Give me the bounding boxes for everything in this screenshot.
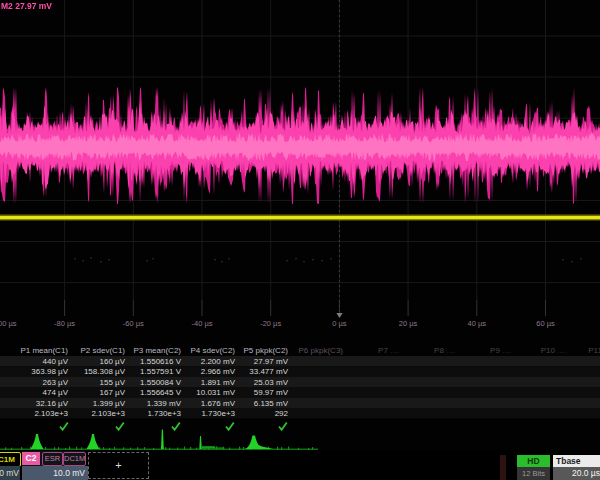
svg-text:P9 ....: P9 .... — [490, 346, 511, 355]
svg-text:1.556645 V: 1.556645 V — [140, 388, 182, 397]
svg-text:440 µV: 440 µV — [42, 357, 68, 366]
svg-text:6.135 mV: 6.135 mV — [254, 399, 289, 408]
svg-text:2.200 mV: 2.200 mV — [201, 357, 236, 366]
svg-text:1.550616 V: 1.550616 V — [140, 357, 182, 366]
svg-text:1.550084 V: 1.550084 V — [140, 378, 182, 387]
svg-text:2.966 mV: 2.966 mV — [201, 367, 236, 376]
svg-text:1.339 mV: 1.339 mV — [147, 399, 182, 408]
svg-text:1.730e+3: 1.730e+3 — [201, 409, 235, 418]
svg-text:-20 µs: -20 µs — [260, 319, 281, 328]
svg-text:155 µV: 155 µV — [99, 378, 125, 387]
svg-text:P2 sdev(C1): P2 sdev(C1) — [81, 346, 126, 355]
svg-text:P6 pkpk(C3): P6 pkpk(C3) — [299, 346, 344, 355]
svg-text:1.557591 V: 1.557591 V — [140, 367, 182, 376]
svg-text:M2 27.97 mV: M2 27.97 mV — [1, 1, 52, 11]
svg-text:292: 292 — [275, 409, 289, 418]
svg-text:263 µV: 263 µV — [42, 378, 68, 387]
svg-text:-80 µs: -80 µs — [54, 319, 75, 328]
svg-text:33.477 mV: 33.477 mV — [249, 367, 288, 376]
svg-text:-100 µs: -100 µs — [0, 319, 17, 328]
svg-text:P4 sdev(C2): P4 sdev(C2) — [191, 346, 236, 355]
svg-text:160 µV: 160 µV — [99, 357, 125, 366]
svg-text:P8 ....: P8 .... — [434, 346, 455, 355]
svg-text:0 µs: 0 µs — [332, 319, 347, 328]
svg-text:P3 mean(C2): P3 mean(C2) — [133, 346, 181, 355]
svg-text:2.103e+3: 2.103e+3 — [91, 409, 125, 418]
svg-text:363.98 µV: 363.98 µV — [31, 367, 68, 376]
svg-text:59.97 mV: 59.97 mV — [254, 388, 289, 397]
svg-text:20 µs: 20 µs — [399, 319, 418, 328]
svg-text:167 µV: 167 µV — [99, 388, 125, 397]
svg-text:158.308 µV: 158.308 µV — [84, 367, 126, 376]
svg-text:1.891 mV: 1.891 mV — [201, 378, 236, 387]
svg-text:1.399 µV: 1.399 µV — [93, 399, 126, 408]
svg-text:1.676 mV: 1.676 mV — [201, 399, 236, 408]
svg-text:10.031 mV: 10.031 mV — [196, 388, 235, 397]
svg-text:P11 ....: P11 .... — [588, 346, 600, 355]
svg-text:25.03 mV: 25.03 mV — [254, 378, 289, 387]
svg-text:P10 ....: P10 .... — [541, 346, 566, 355]
svg-text:60 µs: 60 µs — [536, 319, 555, 328]
svg-text:P7 ....: P7 .... — [378, 346, 399, 355]
svg-text:32.16 µV: 32.16 µV — [36, 399, 69, 408]
svg-text:474 µV: 474 µV — [42, 388, 68, 397]
svg-text:-60 µs: -60 µs — [123, 319, 144, 328]
svg-text:-40 µs: -40 µs — [192, 319, 213, 328]
svg-text:P5 pkpk(C2): P5 pkpk(C2) — [244, 346, 289, 355]
svg-text:1.730e+3: 1.730e+3 — [147, 409, 181, 418]
svg-text:P1 mean(C1): P1 mean(C1) — [20, 346, 68, 355]
svg-text:27.97 mV: 27.97 mV — [254, 357, 289, 366]
svg-text:40 µs: 40 µs — [468, 319, 487, 328]
svg-text:2.103e+3: 2.103e+3 — [34, 409, 68, 418]
